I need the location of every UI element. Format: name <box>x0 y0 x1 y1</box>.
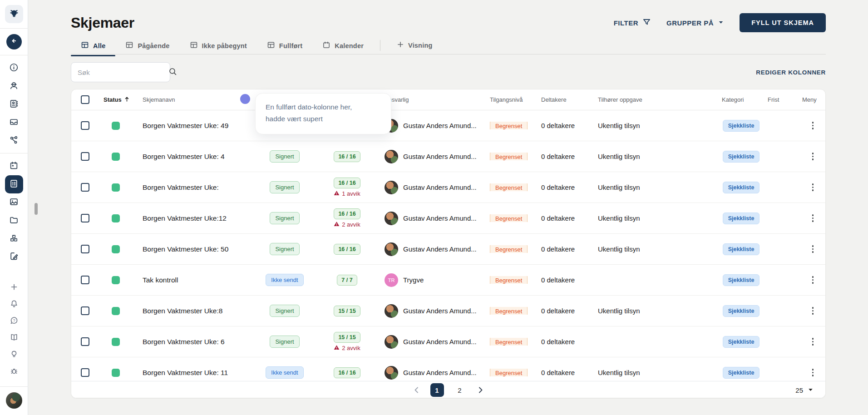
row-checkbox[interactable] <box>81 337 89 346</box>
table-row[interactable]: Borgen Vaktmester Uke:Signert16 / 161 av… <box>71 172 825 203</box>
row-menu-button[interactable] <box>809 366 817 379</box>
fill-form-button[interactable]: FYLL UT SKJEMA <box>740 13 826 32</box>
previous-page-button[interactable] <box>412 385 421 395</box>
table-row[interactable]: Borgen Vaktmester Uke: 11Ikke sendt16 / … <box>71 357 825 381</box>
tab-divider <box>380 40 380 51</box>
sidebar-item-forms[interactable] <box>5 175 23 193</box>
completion-count-badge: 7 / 7 <box>337 275 357 286</box>
table-row[interactable]: Borgen Vaktmester Uke:8Signert15 / 15Gus… <box>71 296 825 326</box>
access-badge: Begrenset <box>490 338 528 346</box>
row-menu-button[interactable] <box>809 181 817 194</box>
responsible-name: Trygve <box>403 276 424 284</box>
table-row[interactable]: Borgen Vaktmester Uke: 49Gustav Anders A… <box>71 110 825 141</box>
sidebar-item-help[interactable]: ? <box>5 313 23 330</box>
sidebar-item-packages[interactable] <box>5 230 23 248</box>
table-row[interactable]: Borgen Vaktmester Uke: 50Signert16 / 16G… <box>71 234 825 265</box>
completion-count-badge: 16 / 16 <box>334 244 360 255</box>
column-header-frist[interactable]: Frist <box>765 96 800 103</box>
sidebar-item-ideas[interactable] <box>5 346 23 363</box>
tab-alle[interactable]: Alle <box>71 40 115 56</box>
row-menu-button[interactable] <box>809 150 817 163</box>
responsible-name: Gustav Anders Amund... <box>403 369 477 376</box>
tab-pagaende[interactable]: Pågående <box>115 40 179 56</box>
user-avatar[interactable] <box>6 392 22 409</box>
page-size-select[interactable]: 25 <box>795 386 814 394</box>
participants-count: 0 deltakere <box>531 369 588 376</box>
sidebar-item-sign-document[interactable] <box>5 248 23 266</box>
column-header-status[interactable]: Status <box>94 96 137 104</box>
status-indicator <box>112 153 120 161</box>
select-all-checkbox[interactable] <box>81 95 89 104</box>
access-badge: Begrenset <box>490 122 528 129</box>
help-chat-icon: ? <box>10 316 19 327</box>
sidebar-item-calendar[interactable] <box>5 157 23 175</box>
status-badge: Signert <box>270 305 299 317</box>
table-row[interactable]: Borgen Vaktmester Uke: 4Signert16 / 16Gu… <box>71 141 825 172</box>
table-row[interactable]: Tak kontrollIkke sendt7 / 7TRTrygveBegre… <box>71 265 825 296</box>
sidebar-item-docs[interactable] <box>5 330 23 346</box>
responsible-name: Gustav Anders Amund... <box>403 122 477 129</box>
search-input[interactable] <box>78 69 168 76</box>
warning-icon <box>334 221 340 228</box>
sidebar-item-worker[interactable] <box>5 77 23 95</box>
sidebar-item-folder[interactable] <box>5 212 23 230</box>
column-header-deltakere[interactable]: Deltakere <box>531 96 588 103</box>
tab-fullfort[interactable]: Fullført <box>257 40 313 56</box>
tab-bar: Alle Pågående Ikke påbegynt <box>71 40 826 54</box>
column-header-kategori[interactable]: Kategori <box>717 96 765 103</box>
row-menu-button[interactable] <box>809 242 817 256</box>
row-menu-button[interactable] <box>809 273 817 287</box>
category-chip: Sjekkliste <box>723 120 760 132</box>
sort-ascending-icon <box>123 96 130 104</box>
column-header-skjemanavn[interactable]: Skjemanavn <box>137 96 248 103</box>
row-menu-button[interactable] <box>809 119 817 132</box>
sidebar-item-add[interactable] <box>5 279 23 296</box>
row-menu-button[interactable] <box>809 304 817 317</box>
sidebar-item-report-bug[interactable] <box>5 363 23 380</box>
row-menu-button[interactable] <box>809 335 817 348</box>
page-1-button[interactable]: 1 <box>430 383 444 397</box>
tab-ikke-pabegynt[interactable]: Ikke påbegynt <box>180 40 257 56</box>
access-badge: Begrenset <box>490 245 528 253</box>
sidebar-item-info[interactable] <box>5 59 23 77</box>
column-header-tilgangsniva[interactable]: Tilgangsnivå <box>480 96 531 103</box>
category-chip: Sjekkliste <box>723 243 760 255</box>
row-checkbox[interactable] <box>81 368 89 377</box>
form-name: Borgen Vaktmester Uke: <box>143 183 219 191</box>
row-checkbox[interactable] <box>81 306 89 315</box>
responsible-name: Gustav Anders Amund... <box>403 307 477 315</box>
table-row[interactable]: Borgen Vaktmester Uke: 6Signert15 / 152 … <box>71 326 825 357</box>
network-icon <box>9 135 19 147</box>
column-header-tilhorer-oppgave[interactable]: Tilhører oppgave <box>588 96 717 103</box>
row-checkbox[interactable] <box>81 152 89 161</box>
form-name: Borgen Vaktmester Uke: 50 <box>143 245 228 253</box>
back-button[interactable] <box>6 34 22 49</box>
page-2-button[interactable]: 2 <box>453 383 467 397</box>
row-checkbox[interactable] <box>81 183 89 192</box>
completion-count-badge: 15 / 15 <box>334 306 360 316</box>
group-by-button[interactable]: GRUPPER PÅ <box>666 19 724 27</box>
edit-columns-button[interactable]: REDIGER KOLONNER <box>756 69 826 76</box>
row-checkbox[interactable] <box>81 245 89 253</box>
status-indicator <box>112 183 120 192</box>
calendar-icon <box>9 161 19 172</box>
sidebar-item-contacts[interactable] <box>5 95 23 114</box>
row-checkbox[interactable] <box>81 121 89 130</box>
row-checkbox[interactable] <box>81 276 89 284</box>
next-page-button[interactable] <box>476 385 485 395</box>
table-row[interactable]: Borgen Vaktmester Uke:12Signert16 / 162 … <box>71 203 825 234</box>
row-menu-button[interactable] <box>809 212 817 225</box>
sidebar-item-notifications[interactable] <box>5 296 23 313</box>
tab-kalender[interactable]: Kalender <box>312 40 374 56</box>
comment-tooltip-line1: En fullført dato-kolonne her, <box>266 101 381 113</box>
filter-button[interactable]: FILTER <box>614 18 651 28</box>
sidebar-item-inbox[interactable] <box>5 114 23 132</box>
row-checkbox[interactable] <box>81 214 89 222</box>
app-logo[interactable] <box>5 5 23 23</box>
related-task: Ukentlig tilsyn <box>588 245 717 253</box>
form-name: Borgen Vaktmester Uke: 6 <box>143 338 225 346</box>
form-name: Tak kontroll <box>143 276 178 284</box>
tab-add-view[interactable]: Visning <box>387 40 443 55</box>
sidebar-item-gallery[interactable] <box>5 193 23 212</box>
sidebar-item-network[interactable] <box>5 132 23 150</box>
